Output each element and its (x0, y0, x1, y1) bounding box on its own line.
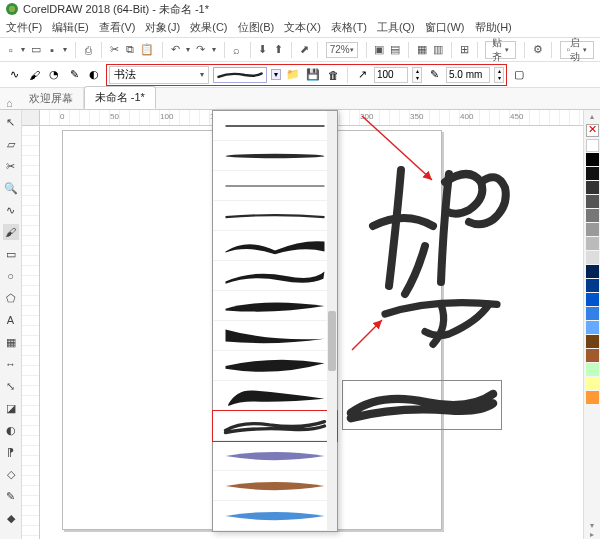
color-swatch-15[interactable] (586, 349, 599, 362)
stroke-option-12[interactable] (213, 441, 337, 471)
spray-icon[interactable]: ◔ (46, 67, 62, 83)
palette-flyout-icon[interactable]: ▸ (590, 530, 594, 539)
connector-tool-icon[interactable]: ⤡ (3, 378, 19, 394)
shape-tool-icon[interactable]: ▱ (3, 136, 19, 152)
home-icon[interactable]: ⌂ (6, 97, 13, 109)
new-dropdown-icon[interactable]: ▾ (21, 45, 25, 54)
width-spinner[interactable]: ▴▾ (494, 67, 504, 83)
delete-preset-icon[interactable]: 🗑 (325, 67, 341, 83)
smoothing-input[interactable]: 100 (374, 67, 408, 83)
color-swatch-12[interactable] (586, 307, 599, 320)
paint-tool-icon[interactable]: ◆ (3, 510, 19, 526)
cut-icon[interactable]: ✂ (109, 42, 118, 58)
color-swatch-3[interactable] (586, 181, 599, 194)
ellipse-tool-icon[interactable]: ○ (3, 268, 19, 284)
preset-icon[interactable]: ∿ (6, 67, 22, 83)
stroke-preview-combo[interactable] (213, 67, 267, 83)
color-swatch-1[interactable] (586, 153, 599, 166)
palette-down-icon[interactable]: ▾ (590, 521, 594, 530)
zoom-tool-icon[interactable]: 🔍 (3, 180, 19, 196)
stroke-option-14[interactable] (213, 501, 337, 531)
launch-dropdown[interactable]: ▫ 启动 ▾ (560, 41, 595, 59)
dimension-tool-icon[interactable]: ↔ (3, 356, 19, 372)
calligraphic-icon[interactable]: ✎ (66, 67, 82, 83)
stroke-option-11-selected[interactable] (213, 411, 337, 441)
open-icon[interactable]: ▭ (31, 42, 41, 58)
fill-tool-icon[interactable]: ◇ (3, 466, 19, 482)
menu-view[interactable]: 查看(V) (99, 20, 136, 35)
swatch-none[interactable]: ✕ (586, 124, 599, 137)
undo-dropdown-icon[interactable]: ▾ (186, 45, 190, 54)
palette-up-icon[interactable]: ▴ (590, 112, 594, 121)
browse-icon[interactable]: 📁 (285, 67, 301, 83)
save-icon[interactable]: ▪ (47, 42, 56, 58)
color-swatch-14[interactable] (586, 335, 599, 348)
color-swatch-11[interactable] (586, 293, 599, 306)
rectangle-tool-icon[interactable]: ▭ (3, 246, 19, 262)
table-tool-icon[interactable]: ▦ (3, 334, 19, 350)
transparency-tool-icon[interactable]: ◐ (3, 422, 19, 438)
canvas-area[interactable]: 0 50 100 150 200 250 300 350 400 450 (22, 110, 600, 539)
width-input[interactable]: 5.0 mm (446, 67, 490, 83)
menu-tools[interactable]: 工具(Q) (377, 20, 415, 35)
snap-dropdown[interactable]: 贴齐 ▾ (485, 41, 516, 59)
rulers-icon[interactable]: ▤ (390, 42, 400, 58)
menu-text[interactable]: 文本(X) (284, 20, 321, 35)
zoom-level-input[interactable]: 72%▾ (326, 42, 358, 58)
menu-effects[interactable]: 效果(C) (190, 20, 227, 35)
dropshadow-tool-icon[interactable]: ◪ (3, 400, 19, 416)
copy-icon[interactable]: ⧉ (125, 42, 134, 58)
pressure-icon[interactable]: ◐ (86, 67, 102, 83)
stroke-option-9[interactable] (213, 351, 337, 381)
menu-table[interactable]: 表格(T) (331, 20, 367, 35)
export-icon[interactable]: ⬆ (274, 42, 283, 58)
color-swatch-2[interactable] (586, 167, 599, 180)
color-swatch-13[interactable] (586, 321, 599, 334)
dropdown-scrollbar[interactable] (327, 111, 337, 531)
stroke-option-7[interactable] (213, 291, 337, 321)
eyedropper-tool-icon[interactable]: ⁋ (3, 444, 19, 460)
tab-welcome[interactable]: 欢迎屏幕 (19, 88, 84, 109)
freehand-tool-icon[interactable]: ∿ (3, 202, 19, 218)
new-icon[interactable]: ▫ (6, 42, 15, 58)
menu-bitmap[interactable]: 位图(B) (238, 20, 275, 35)
color-swatch-7[interactable] (586, 237, 599, 250)
menu-window[interactable]: 窗口(W) (425, 20, 465, 35)
vertical-ruler[interactable] (22, 126, 40, 539)
pick-tool-icon[interactable]: ↖ (3, 114, 19, 130)
redo-dropdown-icon[interactable]: ▾ (212, 45, 216, 54)
ruler-origin[interactable] (22, 110, 40, 126)
outline-tool-icon[interactable]: ✎ (3, 488, 19, 504)
stroke-option-13[interactable] (213, 471, 337, 501)
grid-icon[interactable]: ▦ (417, 42, 427, 58)
color-swatch-4[interactable] (586, 195, 599, 208)
stroke-dropdown-icon[interactable]: ▾ (271, 69, 281, 80)
menubar[interactable]: 文件(F) 编辑(E) 查看(V) 对象(J) 效果(C) 位图(B) 文本(X… (0, 18, 600, 38)
smoothing-spinner[interactable]: ▴▾ (412, 67, 422, 83)
undo-icon[interactable]: ↶ (171, 42, 180, 58)
stroke-option-4[interactable] (213, 201, 337, 231)
stroke-option-1[interactable] (213, 111, 337, 141)
color-swatch-17[interactable] (586, 377, 599, 390)
fullscreen-icon[interactable]: ▣ (374, 42, 384, 58)
tab-document[interactable]: 未命名 -1* (84, 86, 156, 109)
stroke-option-5[interactable] (213, 231, 337, 261)
paste-icon[interactable]: 📋 (140, 42, 154, 58)
search-icon[interactable]: ⌕ (232, 42, 241, 58)
menu-file[interactable]: 文件(F) (6, 20, 42, 35)
crop-tool-icon[interactable]: ✂ (3, 158, 19, 174)
text-tool-icon[interactable]: A (3, 312, 19, 328)
color-swatch-8[interactable] (586, 251, 599, 264)
save-preset-icon[interactable]: 💾 (305, 67, 321, 83)
color-swatch-5[interactable] (586, 209, 599, 222)
redo-icon[interactable]: ↷ (196, 42, 205, 58)
import-icon[interactable]: ⬇ (258, 42, 267, 58)
artistic-media-tool-icon[interactable]: 🖌 (3, 224, 19, 240)
menu-edit[interactable]: 编辑(E) (52, 20, 89, 35)
color-swatch-10[interactable] (586, 279, 599, 292)
publish-icon[interactable]: ⬈ (300, 42, 309, 58)
color-swatch-16[interactable] (586, 363, 599, 376)
brush-icon[interactable]: 🖌 (26, 67, 42, 83)
guides-icon[interactable]: ▥ (433, 42, 443, 58)
stroke-option-6[interactable] (213, 261, 337, 291)
